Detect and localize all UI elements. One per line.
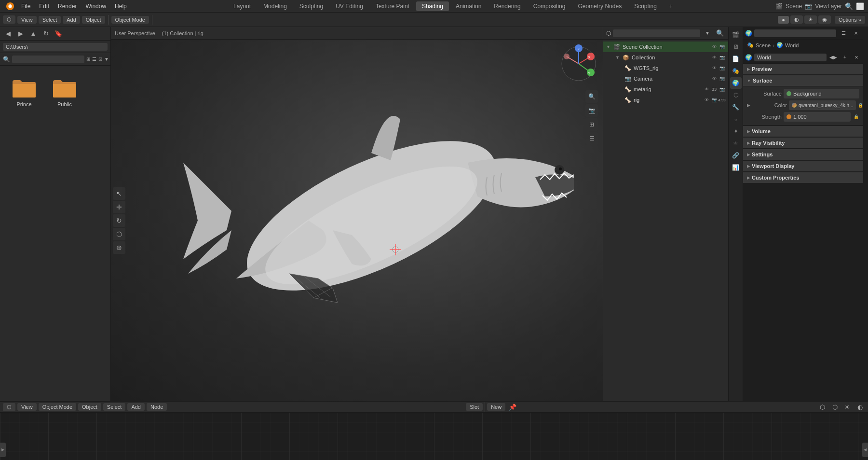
rig-eye-icon[interactable]: 👁 (703, 97, 710, 103)
outliner-camera[interactable]: 📷 Camera 👁 📷 (603, 73, 728, 84)
section-custom-props-header[interactable]: ▶ Custom Properties (743, 172, 863, 183)
props-close-btn[interactable]: × (851, 28, 861, 39)
prop-shader-icon[interactable]: ⬦ (730, 113, 742, 125)
prop-object-icon[interactable]: ⬡ (730, 89, 742, 101)
object-mode-btn[interactable]: Object Mode (111, 16, 149, 24)
tab-texture-paint[interactable]: Texture Paint (370, 1, 415, 11)
wgts-eye-icon[interactable]: 👁 (711, 65, 718, 71)
tab-rendering[interactable]: Rendering (488, 1, 526, 11)
prop-scene-icon[interactable]: 🎭 (730, 65, 742, 77)
view-btn[interactable]: View (17, 16, 37, 24)
view-toggle-thumb[interactable]: ⊡ (98, 54, 102, 65)
right-collapse-handle[interactable]: ◀ (862, 443, 868, 457)
path-input[interactable] (3, 43, 108, 51)
tool-transform[interactable]: ⊕ (113, 241, 125, 254)
list-item[interactable]: Public (48, 73, 81, 111)
bottom-pin-btn[interactable]: 📌 (507, 402, 518, 412)
render-camera-icon[interactable]: 📷 (719, 43, 725, 50)
bottom-icon-2[interactable]: ⬡ (829, 402, 840, 412)
viewport-canvas[interactable]: ↖ ✛ ↻ ⬡ ⊕ X Y (111, 40, 603, 401)
tab-add[interactable]: + (664, 1, 678, 11)
options-btn[interactable]: Options » (835, 16, 865, 24)
blender-logo[interactable] (4, 1, 16, 12)
viewport-shading-solid[interactable]: ● (778, 16, 789, 24)
slot-dropdown[interactable]: Slot (466, 403, 483, 411)
bottom-editor-type[interactable]: ⬡ (3, 403, 15, 411)
bottom-new-btn[interactable]: New (487, 403, 505, 411)
filter-btn[interactable]: ▼ (104, 54, 109, 65)
tab-shading[interactable]: Shading (416, 1, 449, 11)
outliner-wgts-rig[interactable]: 🦴 WGTS_rig 👁 📷 (603, 63, 728, 73)
world-browse-btn[interactable]: ◀▶ (828, 52, 838, 63)
prop-physics-icon[interactable]: ⚛ (730, 138, 742, 149)
outliner-search-btn[interactable]: 🔍 (715, 28, 725, 39)
prop-constraints-icon[interactable]: 🔗 (730, 150, 742, 161)
coll-render-icon[interactable]: 📷 (719, 54, 725, 61)
viewlayer-name[interactable]: ViewLayer (815, 3, 842, 10)
node-editor-area[interactable]: ▶ ◀ (0, 413, 868, 460)
meta-eye-icon[interactable]: 👁 (703, 86, 710, 93)
tool-move[interactable]: ✛ (113, 201, 125, 213)
viewport-shading-rendered[interactable]: ☀ (804, 15, 817, 24)
section-ray-header[interactable]: ▶ Ray Visibility (743, 138, 863, 148)
menu-edit[interactable]: Edit (35, 2, 53, 11)
prop-particles-icon[interactable]: ✦ (730, 125, 742, 137)
bottom-view-btn[interactable]: View (17, 403, 37, 411)
bottom-icon-3[interactable]: ☀ (842, 402, 853, 412)
section-surface-header[interactable]: ▼ Surface (743, 75, 863, 86)
back-btn[interactable]: ◀ (3, 28, 14, 39)
add-btn[interactable]: Add (63, 16, 80, 24)
menu-file[interactable]: File (17, 2, 34, 11)
menu-help[interactable]: Help (111, 2, 131, 11)
tab-compositing[interactable]: Compositing (528, 1, 571, 11)
outliner-collection[interactable]: ▼ 📦 Collection 👁 📷 (603, 52, 728, 63)
section-volume-header[interactable]: ▶ Volume (743, 126, 863, 137)
viewport-shading-material[interactable]: ◐ (790, 15, 803, 24)
visibility-eye-icon[interactable]: 👁 (711, 43, 718, 50)
bottom-object-mode-btn[interactable]: Object Mode (39, 403, 76, 411)
prop-render-icon[interactable]: 🎬 (730, 29, 742, 41)
world-name-input[interactable] (754, 54, 827, 61)
tab-uv-editing[interactable]: UV Editing (330, 1, 369, 11)
tab-animation[interactable]: Animation (450, 1, 487, 11)
menu-window[interactable]: Window (81, 2, 110, 11)
tab-scripting[interactable]: Scripting (628, 1, 663, 11)
outliner-metarig[interactable]: 🦴 metarig 👁 33 📷 (603, 84, 728, 95)
meta-render-icon[interactable]: 📷 (719, 86, 725, 93)
up-btn[interactable]: ▲ (28, 28, 39, 39)
section-vp-display-header[interactable]: ▶ Viewport Display (743, 161, 863, 171)
outliner-search-input[interactable] (613, 29, 700, 37)
search-input[interactable] (12, 56, 84, 63)
outliner-scene-collection[interactable]: ▼ 🎬 Scene Collection 👁 📷 (603, 42, 728, 52)
camera-view-btn[interactable]: 📷 (585, 104, 598, 117)
tool-cursor[interactable]: ↖ (113, 187, 125, 200)
list-item[interactable]: Prince (8, 73, 41, 111)
props-search-input[interactable] (754, 29, 836, 37)
prop-data-icon[interactable]: 📊 (730, 162, 742, 173)
world-new-btn[interactable]: + (840, 52, 850, 63)
zoom-to-fit-btn[interactable]: 🔍 (585, 90, 598, 103)
cam-render-icon[interactable]: 📷 (719, 75, 725, 82)
wgts-render-icon[interactable]: 📷 (719, 65, 725, 71)
bottom-icon-1[interactable]: ⬡ (817, 402, 827, 412)
breadcrumb-world-label[interactable]: World (785, 42, 799, 48)
prop-view-layer-icon[interactable]: 📄 (730, 53, 742, 65)
select-btn[interactable]: Select (39, 16, 61, 24)
color-lock-icon[interactable]: 🔒 (858, 100, 863, 111)
refresh-btn[interactable]: ↻ (41, 28, 51, 39)
object-btn[interactable]: Object (82, 16, 105, 24)
props-menu-btn[interactable]: ☰ (838, 28, 849, 39)
search-icon[interactable]: 🔍 (845, 2, 853, 10)
prop-modifier-icon[interactable]: 🔧 (730, 101, 742, 113)
bottom-icon-4[interactable]: ◐ (854, 402, 865, 412)
world-delete-btn[interactable]: × (852, 52, 861, 63)
bottom-select-btn[interactable]: Select (103, 403, 126, 411)
prop-world-icon[interactable]: 🌍 (730, 77, 742, 89)
cam-eye-icon[interactable]: 👁 (711, 75, 718, 82)
editor-type-btn[interactable]: ⬡ (3, 15, 15, 24)
tab-modeling[interactable]: Modeling (258, 1, 293, 11)
toggle-sidebar-btn[interactable]: ⊞ (585, 118, 598, 131)
surface-value[interactable]: Background (784, 89, 859, 98)
view-toggle-list[interactable]: ☰ (92, 54, 96, 65)
left-collapse-handle[interactable]: ▶ (0, 443, 6, 457)
